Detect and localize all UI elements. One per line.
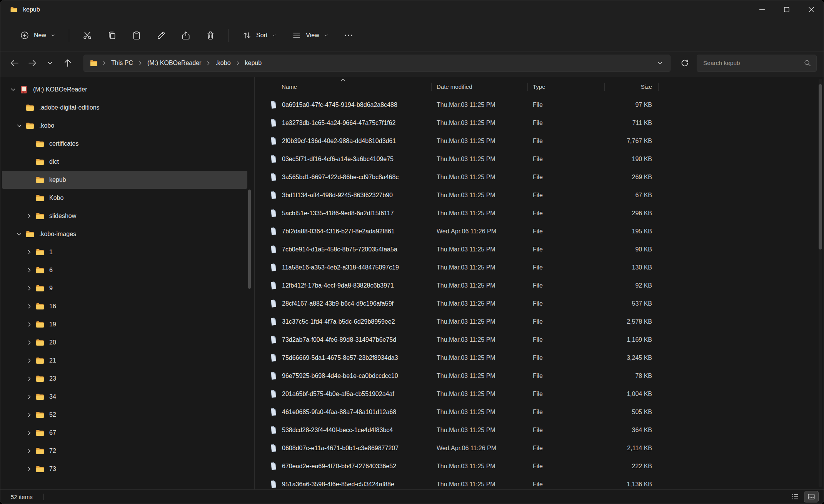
tree-chevron-icon[interactable] [24, 265, 34, 275]
breadcrumb-item[interactable]: (M:) KOBOeReader [143, 57, 205, 70]
column-header-type[interactable]: Type [528, 77, 605, 96]
minimize-button[interactable] [750, 0, 774, 19]
tree-item[interactable]: .adobe-digital-editions [2, 98, 247, 116]
tree-chevron-icon[interactable] [24, 464, 34, 474]
vertical-scrollbar[interactable] [819, 79, 822, 487]
refresh-button[interactable] [676, 54, 694, 72]
breadcrumb-chevron-icon[interactable] [137, 60, 143, 66]
back-button[interactable] [6, 54, 23, 72]
tree-item[interactable]: .kobo-images [2, 225, 247, 243]
table-row[interactable]: 03ec5f71-df16-4cf6-a14e-3a6bc4109e75 Thu… [255, 150, 824, 168]
copy-button[interactable] [101, 25, 123, 45]
more-options-button[interactable] [337, 25, 360, 45]
tree-chevron-icon[interactable] [14, 121, 24, 131]
tree-chevron-icon[interactable] [24, 139, 34, 149]
table-row[interactable]: 461e0685-9fa0-4faa-88a7-48a101d12a68 Thu… [255, 403, 824, 421]
sort-button[interactable]: Sort [236, 25, 283, 45]
cut-button[interactable] [76, 25, 98, 45]
tree-item[interactable]: 67 [2, 424, 247, 442]
table-row[interactable]: 670ead2e-ea69-4f70-bb47-f27640336e52 Thu… [255, 457, 824, 475]
table-row[interactable]: 96e75925-b698-4d4e-be1e-ca0bdccdcc10 Thu… [255, 367, 824, 385]
address-dropdown-button[interactable] [652, 56, 667, 70]
tree-chevron-icon[interactable] [24, 446, 34, 456]
table-row[interactable]: 75d66669-5da1-4675-8e57-23b2f8934da3 Thu… [255, 349, 824, 367]
up-button[interactable] [59, 54, 77, 72]
close-button[interactable] [799, 0, 824, 19]
breadcrumb-item[interactable]: kepub [241, 57, 266, 70]
new-button[interactable]: New [13, 25, 62, 45]
table-row[interactable]: 11a58e16-a353-4eb2-a318-448475097c19 Thu… [255, 258, 824, 276]
tree-item[interactable]: 19 [2, 315, 247, 333]
sidebar-scrollbar-thumb[interactable] [248, 190, 251, 289]
tree-item[interactable]: 52 [2, 406, 247, 424]
column-header-name[interactable]: Name [255, 77, 432, 96]
tree-item[interactable]: 72 [2, 442, 247, 460]
table-row[interactable]: 2f0b39cf-136d-40e2-988a-dd4b810d3d61 Thu… [255, 132, 824, 150]
address-bar[interactable]: This PC (M:) KOBOeReader .kobo kepub [83, 55, 671, 72]
breadcrumb-chevron-icon[interactable] [235, 60, 241, 66]
tree-item[interactable]: .kobo [2, 116, 247, 135]
tree-chevron-icon[interactable] [24, 338, 34, 348]
tree-item[interactable]: 34 [2, 388, 247, 406]
tree-item[interactable]: 20 [2, 333, 247, 351]
table-row[interactable]: 0608d07c-e11a-4671-b0b1-c3e869877207 Wed… [255, 439, 824, 457]
tree-chevron-icon[interactable] [14, 103, 24, 113]
tree-chevron-icon[interactable] [24, 247, 34, 257]
table-row[interactable]: 201a65bf-d575-4b0e-af6a-cb551902a4af Thu… [255, 385, 824, 403]
table-row[interactable]: 5acbf51e-1335-4186-9ed8-6a2df15f6117 Thu… [255, 204, 824, 222]
tree-chevron-icon[interactable] [24, 175, 34, 185]
tree-chevron-icon[interactable] [24, 428, 34, 438]
tree-item[interactable]: Kobo [2, 189, 247, 207]
share-button[interactable] [175, 25, 197, 45]
tree-chevron-icon[interactable] [24, 211, 34, 221]
paste-button[interactable] [125, 25, 148, 45]
breadcrumb-item[interactable]: This PC [107, 57, 137, 70]
table-row[interactable]: 73d2ab7a-f004-4fe6-89d8-314947b6e75d Thu… [255, 331, 824, 349]
table-row[interactable]: 951a36a6-3598-4f6e-85ed-c5f3424af88e Thu… [255, 475, 824, 489]
details-view-button[interactable] [788, 491, 802, 502]
tree-item[interactable]: 73 [2, 460, 247, 478]
tree-chevron-icon[interactable] [24, 392, 34, 402]
tree-chevron-icon[interactable] [24, 410, 34, 420]
table-row[interactable]: 12fb412f-17ba-4ecf-9da8-83828c6b3971 Thu… [255, 276, 824, 294]
recent-locations-button[interactable] [41, 54, 59, 72]
search-input[interactable] [703, 60, 803, 67]
view-button[interactable]: View [285, 25, 335, 45]
forward-button[interactable] [23, 54, 41, 72]
delete-button[interactable] [199, 25, 222, 45]
tree-item[interactable]: 16 [2, 297, 247, 315]
tree-chevron-icon[interactable] [24, 193, 34, 203]
tree-chevron-icon[interactable] [24, 374, 34, 384]
tree-item[interactable]: dict [2, 153, 247, 171]
tree-chevron-icon[interactable] [24, 283, 34, 293]
tree-item[interactable]: 23 [2, 369, 247, 388]
tree-item[interactable]: 9 [2, 279, 247, 297]
maximize-button[interactable] [774, 0, 799, 19]
tree-item[interactable]: certificates [2, 135, 247, 153]
tree-item[interactable]: 21 [2, 351, 247, 369]
tree-chevron-icon[interactable] [14, 229, 24, 239]
tree-item[interactable]: slideshow [2, 207, 247, 225]
breadcrumb-chevron-icon[interactable] [101, 60, 107, 66]
table-row[interactable]: 7cb0e914-d1a5-458c-8b75-7200354faa5a Thu… [255, 240, 824, 258]
tree-chevron-icon[interactable] [24, 301, 34, 311]
table-row[interactable]: 0a6915a0-47fc-4745-9194-b8d6a2a8c488 Thu… [255, 96, 824, 114]
rename-button[interactable] [150, 25, 172, 45]
search-box[interactable] [697, 55, 817, 72]
table-row[interactable]: 3bd1f134-aff4-498d-9245-863f62327b90 Thu… [255, 186, 824, 204]
table-row[interactable]: 7bf2da88-0364-4316-b27f-8e2ada92f861 Wed… [255, 222, 824, 240]
breadcrumb-item[interactable]: .kobo [212, 57, 234, 70]
tree-chevron-icon[interactable] [24, 157, 34, 167]
column-header-date-modified[interactable]: Date modified [432, 77, 528, 96]
table-row[interactable]: 3a565bd1-6697-422d-86be-cd97bc8a468c Thu… [255, 168, 824, 186]
tree-item[interactable]: kepub [2, 171, 247, 189]
table-row[interactable]: 28cf4167-a882-43b9-b6c4-d9c196afa59f Thu… [255, 294, 824, 313]
scrollbar-thumb[interactable] [819, 84, 822, 250]
table-row[interactable]: 1e3273db-1c65-4a24-9664-47a75c7f1f62 Thu… [255, 114, 824, 132]
table-row[interactable]: 31c37c5c-1fd4-4f7a-b5dc-6d29b8959ee2 Thu… [255, 313, 824, 331]
tree-chevron-icon[interactable] [24, 356, 34, 366]
tree-item[interactable]: (M:) KOBOeReader [2, 80, 247, 98]
tree-chevron-icon[interactable] [8, 85, 18, 95]
column-header-size[interactable]: Size [605, 77, 659, 96]
breadcrumb-chevron-icon[interactable] [205, 60, 212, 66]
